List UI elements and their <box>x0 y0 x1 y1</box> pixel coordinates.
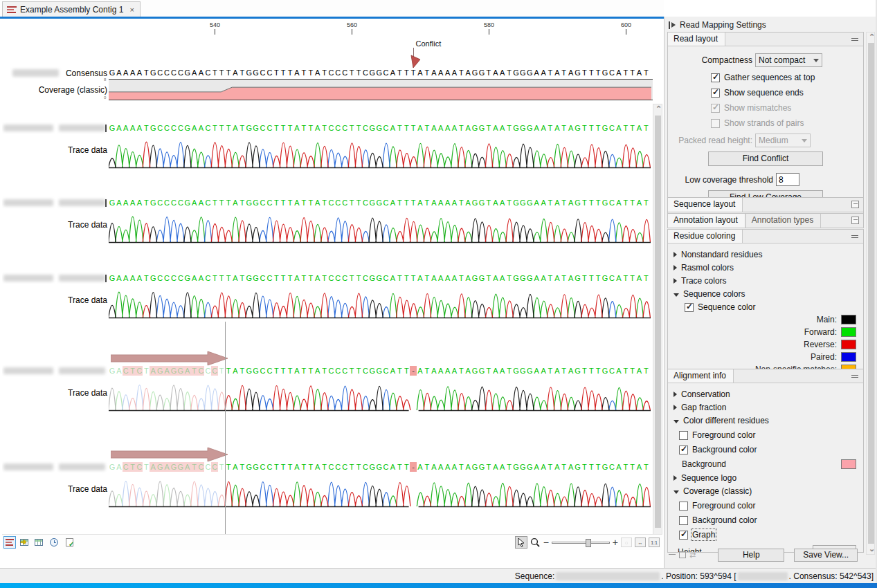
sync-icon[interactable]: ⇄ <box>689 551 696 560</box>
triangle-down-icon[interactable] <box>673 490 679 494</box>
checkbox-row-sequence-color[interactable]: Sequence color <box>685 302 863 312</box>
alignment-info-tab[interactable]: Alignment info <box>668 369 734 383</box>
fit-selection-button[interactable]: ◌ <box>621 538 632 547</box>
pointer-tool-button[interactable] <box>515 536 527 549</box>
packed-read-height-dropdown[interactable]: Medium <box>755 134 811 147</box>
read-layout-header[interactable]: Read layout <box>668 33 863 46</box>
minimize-group-icon[interactable] <box>851 235 858 238</box>
sequence-layout-header[interactable]: Sequence layout <box>668 198 863 212</box>
checkbox-row-foreground-color[interactable]: Foreground color <box>679 430 863 440</box>
table-view-button[interactable] <box>33 536 45 549</box>
vertical-scroll-thumb[interactable] <box>655 116 661 528</box>
triangle-down-icon[interactable] <box>673 420 679 423</box>
residue-coloring-tab[interactable]: Residue coloring <box>668 230 743 243</box>
tree-item-trace-colors[interactable]: Trace colors <box>673 276 863 286</box>
trace-chromatogram[interactable] <box>109 376 653 415</box>
checkbox[interactable] <box>679 431 688 440</box>
triangle-right-icon[interactable] <box>673 265 677 270</box>
checkbox[interactable] <box>711 119 720 128</box>
triangle-right-icon[interactable] <box>673 475 677 481</box>
panel-scroll-thumb[interactable] <box>868 43 874 544</box>
coverage-graph[interactable] <box>109 79 653 100</box>
expand-group-icon[interactable] <box>851 201 859 208</box>
read-sequence[interactable]: GAAAATGCCCCGAACTTTATGGCCTTTATTATCCCTTCGG… <box>109 123 649 133</box>
expand-group-icon[interactable] <box>851 217 859 224</box>
compactness-dropdown[interactable]: Not compact <box>755 53 822 67</box>
vertical-scrollbar[interactable]: ⌃ ⌄ <box>653 104 662 540</box>
trace-chromatogram[interactable] <box>109 283 653 322</box>
zoom-slider[interactable] <box>552 542 610 544</box>
tree-item-color-different-residues[interactable]: Color different residues <box>673 416 863 425</box>
panel-scrollbar[interactable]: ⌃ ⌄ <box>866 32 875 555</box>
color-swatch[interactable] <box>841 352 856 362</box>
read-layout-tab[interactable]: Read layout <box>668 33 725 46</box>
find-conflict-button[interactable]: Find Conflict <box>708 151 823 166</box>
checkbox[interactable] <box>679 516 688 525</box>
checkbox[interactable] <box>679 502 688 511</box>
checkbox-row-gather-sequences-at-top[interactable]: Gather sequences at top <box>711 73 863 82</box>
low-coverage-threshold-input[interactable] <box>776 173 799 186</box>
triangle-right-icon[interactable] <box>673 405 677 410</box>
checkbox[interactable] <box>685 303 694 312</box>
tab-close-icon[interactable]: × <box>129 6 134 14</box>
tree-item-sequence-colors[interactable]: Sequence colors <box>673 289 863 299</box>
checkbox-row-graph[interactable]: Graph <box>679 530 863 540</box>
tab-example-assembly-contig[interactable]: Example Assembly Contig 1 × <box>2 1 141 17</box>
checkbox-row-foreground-color[interactable]: Foreground color <box>679 501 863 511</box>
alignment-info-header[interactable]: Alignment info <box>668 369 863 383</box>
minimize-group-icon[interactable] <box>851 38 858 41</box>
tree-item-gap-fraction[interactable]: Gap fraction <box>673 403 863 412</box>
tree-item-conservation[interactable]: Conservation <box>673 389 863 399</box>
checkbox-row-show-sequence-ends[interactable]: Show sequence ends <box>711 88 863 98</box>
reads-view-button[interactable] <box>3 536 16 549</box>
expand-all-icon[interactable] <box>679 551 686 558</box>
checkbox[interactable] <box>711 104 720 113</box>
triangle-right-icon[interactable] <box>673 392 677 397</box>
checkbox-row-background-color[interactable]: Background color <box>679 445 863 454</box>
minimize-all-icon[interactable] <box>669 554 676 556</box>
checkbox-row-background-color[interactable]: Background color <box>679 515 863 525</box>
color-swatch[interactable] <box>841 340 856 349</box>
tree-item-rasmol-colors[interactable]: Rasmol colors <box>673 263 863 273</box>
zoom-100-button[interactable]: 1:1 <box>649 538 660 547</box>
tree-item-sequence-logo[interactable]: Sequence logo <box>673 473 863 483</box>
zoom-out-icon[interactable]: − <box>543 537 549 548</box>
tree-item-coverage--classic-[interactable]: Coverage (classic) <box>673 486 863 496</box>
trace-chromatogram[interactable] <box>109 208 653 247</box>
minimize-group-icon[interactable] <box>851 375 858 378</box>
trace-chromatogram[interactable] <box>109 472 653 511</box>
read-sequence[interactable]: GAAAATGCCCCGAACTTTATGGCCTTTATTATCCCTTCGG… <box>109 198 649 208</box>
collapse-panel-icon[interactable] <box>669 21 676 29</box>
checkbox-row-show-mismatches[interactable]: Show mismatches <box>711 103 863 113</box>
tab-annotation-types[interactable]: Annotation types <box>745 214 821 228</box>
read-sequence[interactable]: GACTCTAGAGGATCCCTTATGGCCTTTATTATCCCTTCGG… <box>109 462 649 472</box>
tree-item-nonstandard-residues[interactable]: Nonstandard residues <box>673 250 863 259</box>
consensus-sequence[interactable]: GAAAATGCCCCGAACTTTATGGCCTTTATTATCCCTTCGG… <box>109 68 649 77</box>
checkbox-row-show-strands-of-pairs[interactable]: Show strands of pairs <box>711 118 863 128</box>
color-swatch[interactable] <box>841 327 856 337</box>
checkbox[interactable] <box>679 531 688 540</box>
zoom-slider-thumb[interactable] <box>586 539 591 547</box>
color-swatch[interactable] <box>841 315 856 324</box>
read-sequence[interactable]: GAAAATGCCCCGAACTTTATGGCCTTTATTATCCCTTCGG… <box>109 273 649 283</box>
zoom-tool-icon[interactable] <box>530 538 541 548</box>
history-button[interactable] <box>48 536 60 549</box>
scroll-up-icon[interactable]: ⌃ <box>869 33 875 42</box>
tab-annotation-layout[interactable]: Annotation layout <box>668 214 745 228</box>
sequence-layout-tab[interactable]: Sequence layout <box>668 198 743 212</box>
checkbox[interactable] <box>679 445 688 454</box>
element-info-button[interactable]: ✓ <box>63 536 75 549</box>
save-view-button[interactable]: Save View... <box>794 549 858 562</box>
triangle-right-icon[interactable] <box>673 252 677 257</box>
zoom-in-icon[interactable]: + <box>613 537 618 548</box>
export-table-button[interactable]: ➜ <box>18 536 30 549</box>
checkbox[interactable] <box>711 89 720 98</box>
trace-chromatogram[interactable] <box>109 133 653 172</box>
triangle-down-icon[interactable] <box>673 293 679 297</box>
read-sequence[interactable]: GACTCTAGAGGATCCCTTATGGCCTTTATTATCCCTTCGG… <box>109 366 649 376</box>
help-button[interactable]: Help <box>718 549 784 562</box>
checkbox[interactable] <box>711 73 720 82</box>
fit-width-button[interactable]: ↔ <box>635 538 646 547</box>
background-color-swatch[interactable] <box>841 459 856 469</box>
triangle-right-icon[interactable] <box>673 278 677 284</box>
